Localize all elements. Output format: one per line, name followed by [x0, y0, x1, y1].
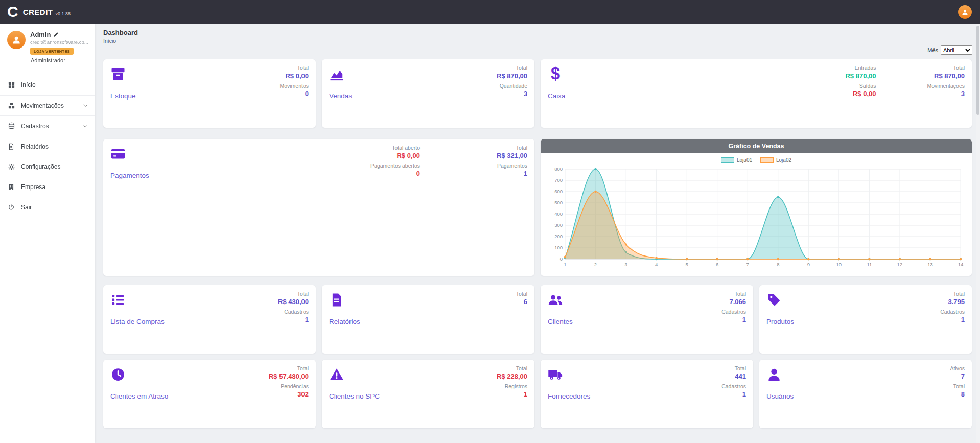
- svg-text:11: 11: [867, 262, 872, 267]
- card-clientes-title[interactable]: Clientes: [548, 318, 573, 325]
- stat-label: Total: [278, 291, 309, 297]
- page-title: Dashboard: [103, 29, 972, 36]
- month-select[interactable]: Abril: [941, 45, 972, 55]
- sidebar-item-cadastros[interactable]: Cadastros: [0, 115, 95, 136]
- card-lista-compras: Lista de Compras Total R$ 430,00 Cadastr…: [103, 285, 316, 354]
- svg-text:14: 14: [958, 262, 964, 267]
- card-estoque-title[interactable]: Estoque: [110, 92, 136, 100]
- tag-icon: [766, 292, 784, 308]
- stat-label: Total: [940, 291, 965, 297]
- card-caixa-title[interactable]: Caixa: [548, 92, 566, 100]
- svg-text:200: 200: [554, 234, 563, 239]
- svg-text:2: 2: [594, 262, 597, 267]
- stat-value: 0: [279, 90, 309, 98]
- card-usuarios: Usuários Ativos 7 Total 8: [759, 360, 972, 428]
- sidebar-item-label: Empresa: [21, 183, 45, 191]
- svg-text:700: 700: [554, 177, 563, 183]
- card-clientes-atraso-title[interactable]: Clientes em Atraso: [110, 392, 168, 400]
- svg-text:300: 300: [554, 222, 563, 228]
- dollar-icon: $: [548, 66, 565, 82]
- sidebar-item-label: Relatórios: [21, 143, 49, 150]
- legend-item-loja01[interactable]: Loja01: [721, 157, 752, 163]
- power-icon: [7, 204, 15, 211]
- stat-label: Total: [497, 365, 527, 371]
- stat-value: 7.066: [721, 298, 746, 306]
- stat-value: 7: [950, 372, 965, 380]
- stat-value: R$ 870,00: [927, 72, 965, 80]
- clock-icon: [110, 366, 128, 383]
- sidebar-item-label: Sair: [21, 204, 32, 211]
- svg-text:13: 13: [927, 262, 933, 267]
- month-filter-label: Mês: [927, 47, 938, 53]
- scrollbar-thumb[interactable]: [976, 26, 979, 115]
- chart-title: Gráfico de Vendas: [541, 139, 972, 153]
- list-icon: [110, 292, 128, 308]
- card-clientes-spc-title[interactable]: Clientes no SPC: [329, 392, 380, 400]
- stat-value: R$ 870,00: [845, 72, 876, 80]
- stat-label: Total: [516, 291, 527, 297]
- legend-swatch: [721, 157, 734, 163]
- svg-text:$: $: [551, 66, 560, 82]
- legend-label: Loja02: [776, 157, 791, 163]
- user-avatar-button[interactable]: [958, 5, 972, 19]
- boxes-icon: [7, 102, 15, 109]
- legend-swatch: [760, 157, 774, 163]
- sidebar-item-movimentacoes[interactable]: Movimentações: [0, 95, 95, 115]
- card-relatorios-title[interactable]: Relatórios: [329, 318, 360, 325]
- svg-text:7: 7: [746, 262, 749, 267]
- file-icon: [7, 143, 15, 150]
- stat-label: Saídas: [845, 83, 876, 89]
- stat-value: 1: [721, 316, 746, 323]
- card-clientes-atraso: Clientes em Atraso Total R$ 57.480,00 Pe…: [103, 360, 316, 428]
- stat-value: 3.795: [940, 298, 965, 306]
- svg-text:1: 1: [564, 262, 566, 267]
- svg-text:600: 600: [554, 189, 563, 194]
- sidebar-item-label: Configurações: [21, 163, 60, 170]
- users-icon: [548, 292, 565, 308]
- svg-text:400: 400: [554, 211, 563, 217]
- stat-label: Quantidade: [497, 83, 527, 89]
- edit-profile-button[interactable]: [53, 32, 59, 37]
- sidebar-item-inicio[interactable]: Início: [0, 75, 95, 95]
- card-lista-compras-title[interactable]: Lista de Compras: [110, 318, 165, 325]
- stat-value: 1: [497, 390, 527, 398]
- pencil-icon: [53, 32, 59, 37]
- stat-label: Total: [950, 383, 965, 389]
- stat-label: Movimentos: [279, 83, 309, 89]
- card-vendas-title[interactable]: Vendas: [329, 92, 352, 100]
- document-icon: [329, 292, 346, 308]
- legend-item-loja02[interactable]: Loja02: [760, 157, 791, 163]
- app-version: v0.1.88: [56, 11, 71, 16]
- sidebar: Admin credit@anronsoftware.co... LOJA VE…: [0, 24, 95, 443]
- sidebar-item-empresa[interactable]: Empresa: [0, 177, 95, 197]
- sidebar-item-relatorios[interactable]: Relatórios: [0, 136, 95, 156]
- stat-value: 3: [497, 90, 527, 98]
- stat-value: 302: [269, 390, 309, 398]
- stat-value: 1: [940, 316, 965, 323]
- card-vendas: Vendas Total R$ 870,00 Quantidade 3: [322, 59, 534, 128]
- app-logo: C: [7, 3, 18, 20]
- chevron-down-icon: [83, 103, 88, 108]
- chart-legend: Loja01 Loja02: [541, 157, 972, 163]
- sidebar-item-sair[interactable]: Sair: [0, 197, 95, 218]
- sidebar-item-label: Movimentações: [21, 102, 64, 109]
- building-icon: [7, 183, 15, 191]
- sales-chart: 0100200300400500600700800123456789101112…: [548, 164, 965, 272]
- stat-value: R$ 321,00: [497, 152, 527, 159]
- stat-label: Movimentações: [927, 83, 965, 89]
- stat-value: 1: [721, 390, 746, 398]
- card-usuarios-title[interactable]: Usuários: [766, 392, 794, 400]
- svg-text:100: 100: [554, 245, 563, 250]
- svg-text:5: 5: [686, 262, 688, 267]
- card-pagamentos-title[interactable]: Pagamentos: [110, 172, 149, 179]
- sidebar-item-configuracoes[interactable]: Configurações: [0, 156, 95, 177]
- chevron-down-icon: [83, 124, 88, 129]
- sidebar-menu: Início Movimentações Cadastros Relató: [0, 75, 95, 218]
- stat-value: 1: [497, 170, 527, 177]
- truck-icon: [548, 366, 565, 383]
- stat-value: R$ 57.480,00: [269, 372, 309, 380]
- card-fornecedores-title[interactable]: Fornecedores: [548, 392, 590, 400]
- breadcrumb: Início: [103, 38, 972, 44]
- card-produtos-title[interactable]: Produtos: [766, 318, 794, 325]
- card-estoque: Estoque Total R$ 0,00 Movimentos 0: [103, 59, 316, 128]
